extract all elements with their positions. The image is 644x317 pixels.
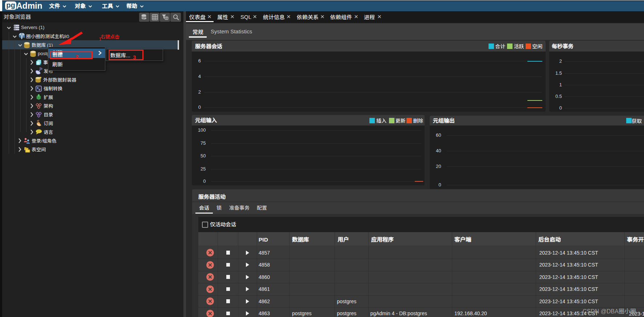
svg-text:6: 6: [37, 87, 39, 89]
svg-text:9: 9: [39, 88, 40, 91]
